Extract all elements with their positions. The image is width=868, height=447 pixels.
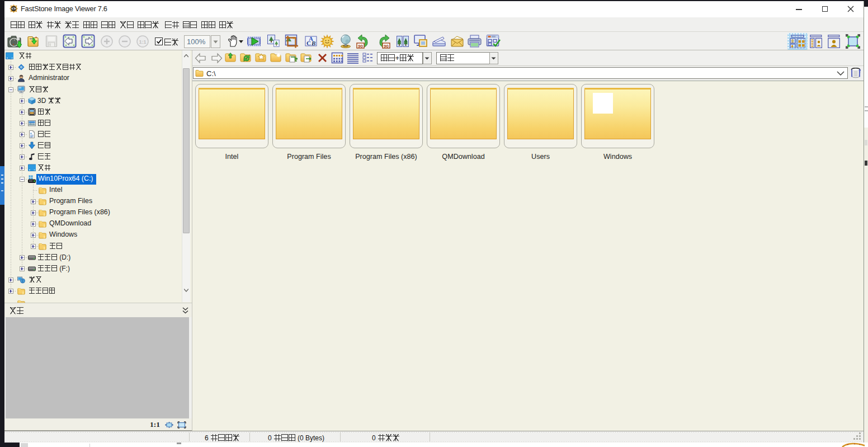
svg-text:90: 90: [358, 44, 363, 49]
svg-text:C: C: [306, 40, 311, 46]
svg-text:B: B: [311, 40, 315, 46]
svg-text:1:1: 1:1: [139, 39, 146, 45]
svg-text:90: 90: [384, 44, 389, 49]
